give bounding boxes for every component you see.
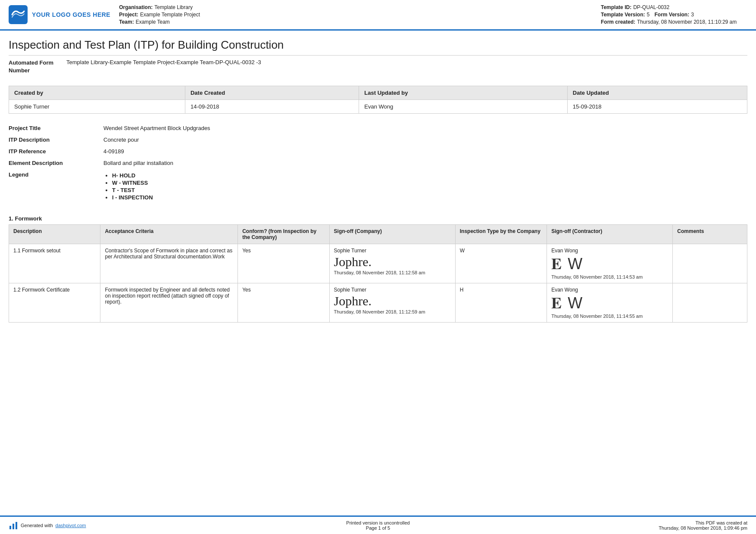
col-date-created: Date Created [185, 86, 359, 100]
org-line: Organisation: Template Library [119, 4, 592, 10]
template-id-label: Template ID: [601, 4, 631, 10]
element-description-label: Element Description [9, 160, 95, 166]
row2-comments [673, 283, 747, 322]
row2-contractor-sig-name: Evan Wong [551, 287, 668, 293]
footer-left: Generated with dashpivot.com [9, 521, 255, 530]
footer-right-text: This PDF was created at [501, 520, 747, 525]
col-created-by: Created by [9, 86, 185, 100]
row1-company-sig-img: Jophre. [334, 255, 451, 268]
page-header: YOUR LOGO GOES HERE Organisation: Templa… [0, 0, 756, 31]
row2-signoff-contractor: Evan Wong 𝐄 W Thursday, 08 November 2018… [547, 283, 673, 322]
row1-inspection-type: W [455, 244, 547, 283]
svg-rect-1 [9, 526, 11, 529]
element-description-row: Element Description Bollard and pillar i… [9, 157, 747, 169]
table-row: 1.1 Formwork setout Contractor's Scope o… [9, 244, 747, 283]
row2-signoff-company: Sophie Turner Jophre. Thursday, 08 Novem… [329, 283, 455, 322]
th-acceptance: Acceptance Criteria [100, 225, 238, 244]
col-last-updated-by: Last Updated by [359, 86, 568, 100]
form-number-label: Automated FormNumber [9, 59, 53, 75]
date-created-value: 14-09-2018 [185, 100, 359, 114]
legend-item-0: H- HOLD [112, 172, 747, 179]
row1-description: 1.1 Formwork setout [9, 244, 100, 283]
project-title-row: Project Title Wendel Street Apartment Bl… [9, 122, 747, 134]
form-version-label: Form Version: [655, 12, 690, 18]
row2-description: 1.2 Formwork Certificate [9, 283, 100, 322]
team-value: Example Team [136, 19, 170, 25]
created-by-value: Sophie Turner [9, 100, 185, 114]
logo-text: YOUR LOGO GOES HERE [32, 11, 110, 18]
footer-printed-text: Printed version is uncontrolled [255, 520, 501, 525]
footer-right: This PDF was created at Thursday, 08 Nov… [501, 520, 747, 531]
row2-conform: Yes [238, 283, 329, 322]
team-label: Team: [119, 19, 134, 25]
logo-section: YOUR LOGO GOES HERE [9, 4, 110, 25]
th-signoff-company: Sign-off (Company) [329, 225, 455, 244]
itp-reference-label: ITP Reference [9, 148, 95, 155]
legend-item-1: W - WITNESS [112, 180, 747, 186]
section1-title: 1. Formwork [0, 208, 756, 224]
itp-description-label: ITP Description [9, 137, 95, 143]
template-version-label: Template Version: [601, 12, 645, 18]
legend-value: H- HOLD W - WITNESS T - TEST I - INSPECT… [103, 171, 747, 202]
form-version-value: 3 [691, 12, 694, 18]
form-created-line: Form created: Thursday, 08 November 2018… [601, 19, 747, 25]
footer-generated-text: Generated with [21, 523, 53, 528]
page-footer: Generated with dashpivot.com Printed ver… [0, 515, 756, 534]
th-comments: Comments [673, 225, 747, 244]
project-line: Project: Example Template Project [119, 12, 592, 18]
header-meta-right: Template ID: DP-QUAL-0032 Template Versi… [601, 4, 747, 25]
footer-logo-icon [9, 521, 18, 530]
team-line: Team: Example Team [119, 19, 592, 25]
template-id-value: DP-QUAL-0032 [633, 4, 669, 10]
row2-acceptance: Formwork inspected by Engineer and all d… [100, 283, 238, 322]
page-title: Inspection and Test Plan (ITP) for Build… [9, 38, 747, 56]
th-conform: Conform? (from Inspection by the Company… [238, 225, 329, 244]
row1-contractor-sig-name: Evan Wong [551, 248, 668, 254]
footer-page-info: Page 1 of 5 [255, 525, 501, 531]
row1-company-sig-date: Thursday, 08 November 2018, 11:12:58 am [334, 270, 451, 275]
row1-comments [673, 244, 747, 283]
row1-contractor-sig-img: 𝐄 W [551, 255, 668, 273]
last-updated-by-value: Evan Wong [359, 100, 568, 114]
template-id-line: Template ID: DP-QUAL-0032 [601, 4, 747, 10]
th-inspection-type: Inspection Type by the Company [455, 225, 547, 244]
row2-contractor-sig-date: Thursday, 08 November 2018, 11:14:55 am [551, 314, 668, 319]
row1-company-sig-name: Sophie Turner [334, 248, 451, 254]
footer-link[interactable]: dashpivot.com [56, 523, 86, 528]
th-signoff-contractor: Sign-off (Contractor) [547, 225, 673, 244]
page-title-section: Inspection and Test Plan (ITP) for Build… [0, 31, 756, 81]
form-number-row: Automated FormNumber Template Library-Ex… [9, 59, 747, 79]
svg-rect-2 [12, 524, 14, 529]
row2-inspection-type: H [455, 283, 547, 322]
legend-item-3: I - INSPECTION [112, 194, 747, 201]
table-row: 1.2 Formwork Certificate Formwork inspec… [9, 283, 747, 322]
row1-conform: Yes [238, 244, 329, 283]
footer-right-date: Thursday, 08 November 2018, 1:09:46 pm [501, 525, 747, 531]
project-title-value: Wendel Street Apartment Block Updgrades [103, 125, 747, 131]
org-value: Template Library [154, 4, 193, 10]
row1-signoff-contractor: Evan Wong 𝐄 W Thursday, 08 November 2018… [547, 244, 673, 283]
date-updated-value: 15-09-2018 [567, 100, 747, 114]
main-table-header-row: Description Acceptance Criteria Conform?… [9, 225, 747, 244]
itp-description-value: Concrete pour [103, 137, 747, 143]
main-table: Description Acceptance Criteria Conform?… [9, 224, 747, 322]
info-table: Created by Date Created Last Updated by … [9, 86, 747, 114]
row1-acceptance: Contractor's Scope of Formwork in place … [100, 244, 238, 283]
legend-item-2: T - TEST [112, 187, 747, 193]
logo-icon [9, 5, 28, 24]
footer-of-text: of 5 [382, 525, 390, 531]
itp-description-row: ITP Description Concrete pour [9, 134, 747, 146]
th-description: Description [9, 225, 100, 244]
row2-company-sig-name: Sophie Turner [334, 287, 451, 293]
itp-reference-row: ITP Reference 4-09189 [9, 146, 747, 157]
row2-contractor-sig-img: 𝐄 W [551, 295, 668, 312]
itp-reference-value: 4-09189 [103, 148, 747, 155]
template-version-value: 5 [647, 12, 650, 18]
row2-company-sig-date: Thursday, 08 November 2018, 11:12:59 am [334, 309, 451, 314]
svg-rect-3 [16, 522, 17, 529]
row1-signoff-company: Sophie Turner Jophre. Thursday, 08 Novem… [329, 244, 455, 283]
row2-company-sig-img: Jophre. [334, 295, 451, 307]
project-label: Project: [119, 12, 138, 18]
info-row: Sophie Turner 14-09-2018 Evan Wong 15-09… [9, 100, 747, 114]
form-created-value: Thursday, 08 November 2018, 11:10:29 am [637, 19, 737, 25]
